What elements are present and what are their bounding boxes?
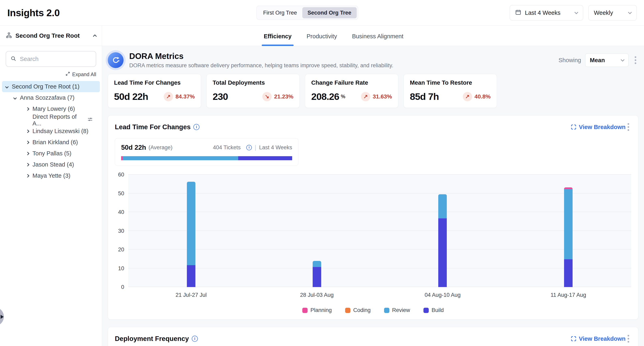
bar-segment-review	[187, 182, 196, 265]
info-icon[interactable]: i	[192, 336, 198, 342]
main-panel: Efficiency Productivity Business Alignme…	[102, 26, 644, 346]
view-breakdown-button[interactable]: View Breakdown	[571, 124, 626, 131]
org-tree-sidebar: Second Org Tree Root Expand All Secon	[0, 26, 102, 346]
metric-card-title: Change Failure Rate	[311, 79, 392, 86]
legend-item-coding[interactable]: Coding	[345, 307, 371, 313]
expand-all-button[interactable]: Expand All	[6, 71, 96, 77]
stacked-bar[interactable]	[313, 261, 321, 287]
deployment-menu-button[interactable]	[626, 333, 631, 345]
deployment-frequency-section: Deployment Frequency i View Breakdown	[108, 327, 638, 346]
lead-time-summary-bar	[121, 156, 292, 160]
tab-productivity[interactable]: Productivity	[306, 33, 337, 46]
x-axis-label: 04 Aug-10 Aug	[380, 292, 506, 298]
sidebar-header[interactable]: Second Org Tree Root	[0, 26, 102, 46]
tree-item-maya-yette[interactable]: Maya Yette (3)	[0, 170, 102, 181]
tree-item-second-org-tree-root[interactable]: Second Org Tree Root (1)	[2, 81, 100, 92]
tree-item-label: Anna Scozzafava (7)	[20, 94, 74, 101]
showing-select[interactable]: Mean	[585, 53, 628, 67]
trend-arrow-icon: ↗	[361, 92, 370, 101]
stacked-bar[interactable]	[187, 182, 196, 287]
view-breakdown-button[interactable]: View Breakdown	[571, 336, 626, 342]
trend-arrow-icon: ↘	[262, 92, 272, 101]
lead-time-section: Lead Time For Changes i View Breakdown	[108, 115, 638, 320]
legend-item-build[interactable]: Build	[424, 307, 444, 313]
org-tree: Second Org Tree Root (1) Anna Scozzafava…	[0, 80, 102, 181]
metric-card-value: 230	[213, 91, 228, 102]
chevron-down-icon	[628, 10, 632, 14]
lead-time-title: Lead Time For Changes	[115, 123, 190, 131]
dora-menu-button[interactable]	[633, 54, 638, 66]
stacked-bar[interactable]	[438, 194, 447, 287]
toggle-first-org-tree[interactable]: First Org Tree	[258, 7, 302, 18]
summary-bar-segment-review	[123, 156, 238, 160]
metric-card-change-failure-rate[interactable]: Change Failure Rate 208.26 % ↗ 31.63%	[305, 74, 398, 108]
lead-time-menu-button[interactable]	[626, 121, 631, 133]
metric-card-value: 208.26	[311, 91, 339, 102]
toggle-second-org-tree[interactable]: Second Org Tree	[302, 7, 357, 18]
chevron-icon	[26, 152, 30, 155]
lead-time-plot: 0102030405060	[128, 174, 631, 287]
tree-item-label: Direct Reports of A...	[32, 113, 84, 127]
legend-swatch	[424, 308, 429, 313]
x-axis-label: 11 Aug-17 Aug	[506, 292, 631, 298]
legend-swatch	[302, 308, 308, 313]
bar-segment-build	[438, 218, 447, 287]
tree-item-direct-reports[interactable]: Direct Reports of A...	[0, 114, 102, 126]
tree-item-mary-lowery[interactable]: Mary Lowery (6)	[0, 103, 102, 114]
chevron-icon	[5, 85, 9, 88]
bar-segment-planning	[564, 187, 572, 189]
tree-item-label: Maya Yette (3)	[32, 173, 70, 179]
sidebar-search[interactable]	[6, 51, 96, 67]
chevron-up-icon[interactable]	[93, 34, 96, 38]
tree-item-jason-stead[interactable]: Jason Stead (4)	[0, 159, 102, 170]
info-icon[interactable]: i	[193, 124, 200, 130]
granularity-select[interactable]: Weekly	[588, 5, 637, 20]
app-title: Insights 2.0	[7, 7, 60, 18]
bar-segment-review	[438, 194, 447, 218]
legend-item-planning[interactable]: Planning	[302, 307, 332, 313]
tree-item-label: Jason Stead (4)	[32, 161, 74, 168]
bar-segment-build	[564, 259, 572, 287]
metric-card-total-deployments[interactable]: Total Deployments 230 ↘ 21.23%	[206, 74, 300, 108]
chevron-icon	[26, 141, 30, 144]
dora-cycle-icon	[108, 52, 124, 68]
trend-badge: ↗ 40.8%	[463, 92, 490, 101]
legend-label: Coding	[353, 307, 371, 313]
summary-value: 50d 22h	[121, 144, 146, 151]
tab-efficiency[interactable]: Efficiency	[264, 33, 292, 46]
view-breakdown-label: View Breakdown	[579, 124, 626, 131]
tree-item-brian-kirkland[interactable]: Brian Kirkland (6)	[0, 137, 102, 148]
trend-badge: ↘ 21.23%	[262, 92, 294, 101]
calendar-icon	[515, 9, 521, 17]
filter-sliders-icon[interactable]	[87, 117, 93, 124]
y-axis-tick: 10	[114, 265, 124, 271]
view-breakdown-label: View Breakdown	[579, 336, 626, 342]
content-area: DORA Metrics DORA metrics measure softwa…	[102, 46, 644, 346]
tree-item-anna-scozzafava[interactable]: Anna Scozzafava (7)	[0, 92, 102, 103]
info-icon[interactable]: i	[246, 145, 252, 150]
y-axis-tick: 50	[114, 190, 124, 196]
legend-label: Review	[392, 307, 410, 313]
metric-card-mean-time-to-restore[interactable]: Mean Time To Restore 85d 7h ↗ 40.8%	[404, 74, 497, 108]
trend-badge: ↗ 84.37%	[164, 92, 195, 101]
legend-item-review[interactable]: Review	[384, 307, 410, 313]
search-input[interactable]	[20, 56, 91, 62]
y-axis-tick: 0	[114, 284, 124, 290]
dora-metrics-header: DORA Metrics DORA metrics measure softwa…	[108, 52, 638, 69]
date-range-select[interactable]: Last 4 Weeks	[510, 5, 583, 20]
trend-delta: 40.8%	[474, 93, 490, 100]
tree-item-tony-pallas[interactable]: Tony Pallas (5)	[0, 148, 102, 159]
metric-cards-row: Lead Time For Changes 50d 22h ↗ 84.37% T…	[108, 74, 638, 108]
stacked-bar[interactable]	[564, 187, 572, 287]
metric-card-title: Mean Time To Restore	[410, 79, 490, 86]
summary-bar-segment-build	[238, 156, 292, 160]
chevron-icon	[26, 130, 30, 133]
divider: |	[255, 144, 256, 151]
tree-item-lindsay-liszewski[interactable]: Lindsay Liszewski (8)	[0, 126, 102, 137]
org-tree-icon	[6, 32, 12, 39]
bar-segment-build	[313, 267, 321, 287]
trend-delta: 84.37%	[176, 93, 195, 100]
legend-label: Build	[432, 307, 444, 313]
metric-card-lead-time[interactable]: Lead Time For Changes 50d 22h ↗ 84.37%	[108, 74, 201, 108]
tab-business-alignment[interactable]: Business Alignment	[352, 33, 403, 46]
